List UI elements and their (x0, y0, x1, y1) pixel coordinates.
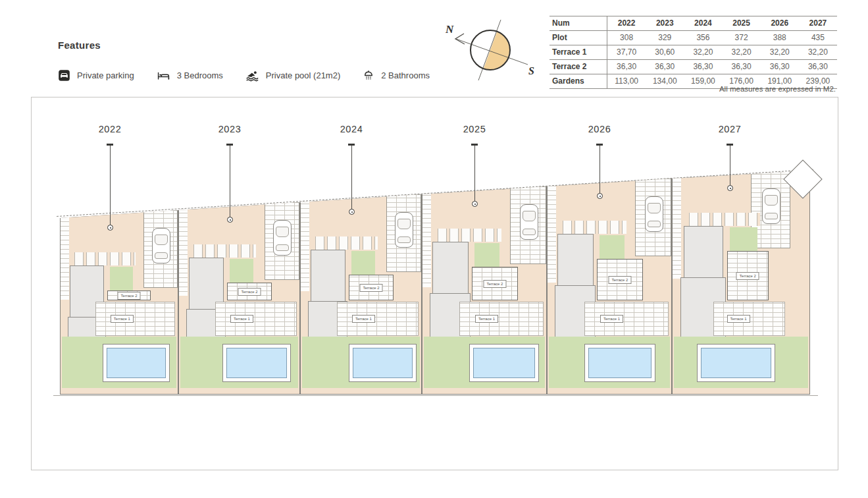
bathroom-icon (363, 69, 374, 82)
plot-marker[interactable] (349, 209, 355, 215)
terrace-1-area: Terrace 1 (584, 302, 669, 336)
parking-icon (58, 69, 70, 82)
page: Features Private parking 3 Bedrooms Priv… (0, 0, 868, 498)
house-upper-volume (557, 234, 594, 289)
table-row-label: Terrace 2 (549, 60, 607, 74)
plot-year-label[interactable]: 2024 (330, 124, 372, 134)
terrace-2-area: Terrace 2 (227, 283, 272, 300)
table-value-cell: 372 (723, 31, 761, 45)
terrace-1-label: Terrace 1 (727, 315, 750, 323)
table-value-cell: 32,20 (684, 45, 722, 60)
terrace-2-label: Terrace 2 (238, 288, 261, 296)
leader-line (474, 146, 475, 202)
table-value-cell: 30,60 (646, 45, 684, 60)
terrace-1-label: Terrace 1 (352, 315, 375, 323)
pergola-slats (193, 244, 256, 258)
features-section: Features Private parking 3 Bedrooms Priv… (58, 40, 430, 82)
parking-pad (265, 202, 299, 280)
plot-marker[interactable] (227, 217, 233, 223)
table-value-cell: 36,30 (607, 60, 646, 74)
garden-patch (600, 235, 625, 260)
feature-bedrooms: 3 Bedrooms (157, 69, 223, 82)
plot-left-paving (301, 200, 309, 291)
site-plan-baseline (53, 395, 818, 396)
feature-private-pool: Private pool (21m2) (245, 69, 340, 82)
features-title: Features (58, 40, 430, 51)
plot[interactable]: Terrace 2 Terrace 1 (178, 202, 300, 395)
house-upper-volume (311, 250, 345, 305)
terrace-1-label: Terrace 1 (600, 315, 623, 323)
terrace-2-label: Terrace 2 (360, 284, 383, 292)
terrace-1-area: Terrace 1 (459, 302, 544, 336)
parking-pad (143, 210, 178, 288)
plot-marker[interactable] (597, 193, 603, 199)
plot[interactable]: Terrace 2 Terrace 1 (60, 210, 178, 395)
pool (473, 348, 534, 378)
terrace-1-area: Terrace 1 (337, 302, 419, 336)
plot-marker[interactable] (472, 201, 478, 207)
car-icon (273, 220, 292, 256)
table-row-label: Plot (549, 31, 607, 45)
garden-patch (474, 243, 499, 268)
house-upper-volume (432, 242, 469, 297)
terrace-2-area: Terrace 2 (349, 275, 394, 300)
plot-year-label[interactable]: 2025 (453, 124, 496, 134)
feature-bathrooms: 2 Bathrooms (363, 69, 430, 82)
table-value-cell: 32,20 (799, 45, 837, 60)
leader-line (351, 146, 352, 210)
parking-pad (386, 194, 421, 272)
bed-icon (157, 69, 170, 82)
car-icon (152, 228, 170, 263)
pergola-slats (689, 213, 760, 226)
pool-deck (103, 344, 169, 382)
terrace-2-area: Terrace 2 (472, 267, 518, 300)
car-icon (762, 188, 780, 224)
compass-north-label: N (445, 23, 454, 36)
feature-private-parking: Private parking (58, 69, 134, 82)
plot-marker[interactable] (107, 225, 113, 231)
feature-label: Private pool (21m2) (266, 70, 340, 80)
table-header-cell: 2022 (607, 16, 646, 31)
plot[interactable]: Terrace 2 Terrace 1 (300, 194, 422, 395)
table-value-cell: 329 (646, 31, 684, 45)
table-header-cell: Num (549, 16, 607, 31)
plot-year-label[interactable]: 2027 (709, 124, 751, 134)
table-row-label: Terrace 1 (549, 45, 607, 60)
pool-icon (245, 69, 259, 82)
terrace-2-label: Terrace 2 (736, 272, 759, 280)
table-value-cell: 36,30 (761, 60, 799, 74)
table-header-cell: 2023 (646, 16, 684, 31)
table-header-cell: 2024 (684, 16, 722, 31)
leader-line (110, 146, 111, 226)
plot-left-paving (548, 184, 556, 283)
terrace-2-area: Terrace 2 (727, 251, 768, 300)
table-header-cell: 2027 (799, 16, 837, 31)
plot-marker[interactable] (727, 185, 733, 191)
pool-deck (584, 344, 655, 382)
pool-deck (222, 344, 291, 382)
pool (353, 348, 413, 378)
plot[interactable]: Terrace 2 Terrace 1 (547, 179, 672, 395)
table-value-cell: 37,70 (607, 45, 646, 60)
table-value-cell: 308 (607, 31, 646, 45)
plot-year-label[interactable]: 2022 (89, 124, 131, 134)
plot[interactable]: Terrace 2 Terrace 1 (422, 186, 547, 395)
feature-label: 3 Bedrooms (177, 70, 223, 80)
garden-patch (230, 259, 254, 284)
car-icon (645, 196, 663, 232)
table-value-cell: 113,00 (607, 74, 646, 89)
plot-year-label[interactable]: 2023 (209, 124, 251, 134)
plot[interactable]: Terrace 2 Terrace 1 (672, 171, 810, 395)
plot-left-paving (673, 176, 681, 279)
pool (226, 348, 287, 378)
compass-south-label: S (528, 65, 534, 76)
measurements-table: Num202220232024202520262027Plot308329356… (549, 16, 837, 89)
terrace-1-area: Terrace 1 (215, 302, 297, 336)
compass-rose: N S (436, 13, 536, 88)
terrace-2-area: Terrace 2 (597, 259, 643, 300)
plot-year-label[interactable]: 2026 (578, 124, 621, 134)
pool (701, 348, 771, 378)
terrace-1-label: Terrace 1 (111, 315, 134, 323)
pool (588, 348, 651, 378)
plot-left-paving (61, 215, 69, 300)
